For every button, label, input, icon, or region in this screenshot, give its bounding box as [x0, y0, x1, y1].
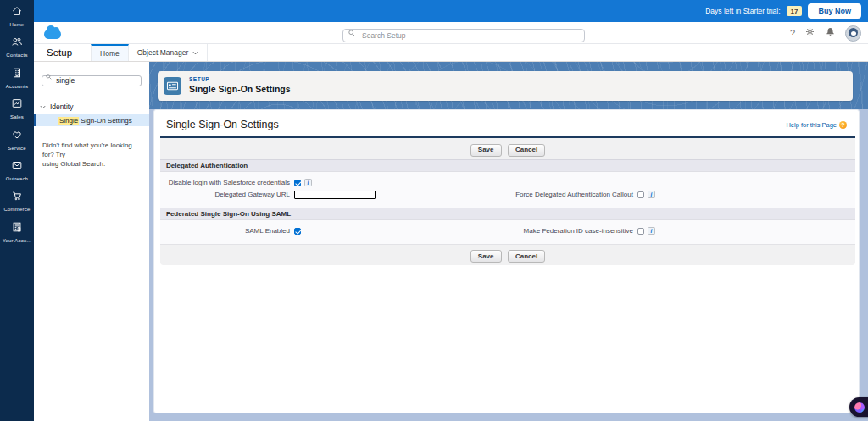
rail-item-label: Outreach [6, 176, 28, 181]
rail-item-label: Your Acco... [3, 238, 31, 243]
rail-item-label: Service [8, 146, 25, 151]
section-rows: Disable login with Salesforce credential… [160, 172, 855, 208]
section-header-federated-saml: Federated Single Sign-On Using SAML [160, 208, 855, 220]
search-icon [46, 74, 52, 80]
tab-object-manager-label: Object Manager [137, 48, 188, 57]
trial-days-badge: 17 [787, 6, 803, 16]
rail-item-home[interactable]: Home [0, 5, 34, 36]
field-label-saml-enabled: SAML Enabled [160, 227, 294, 235]
info-icon[interactable]: i [648, 227, 655, 235]
menu-item-label: Sign-On Settings [81, 117, 131, 125]
trial-banner: Days left in Starter trial: 17 Buy Now [34, 0, 868, 22]
rail-item-label: Home [10, 22, 25, 27]
content-header-eyebrow: SETUP [189, 76, 209, 82]
search-match-highlight: Single [58, 117, 79, 125]
rail-item-label: Contacts [6, 53, 27, 58]
cancel-button[interactable]: Cancel [508, 250, 545, 263]
checkbox-disable-login[interactable] [294, 180, 301, 186]
identity-setup-icon [164, 77, 181, 95]
checkbox-force-callout[interactable] [637, 191, 644, 198]
help-link-label: Help for this Page [786, 121, 837, 129]
header-actions: ? [790, 22, 861, 44]
page-title: Single Sign-On Settings [166, 119, 279, 130]
rail-item-label: Accounts [6, 84, 28, 89]
salesforce-cloud-logo [44, 30, 61, 39]
trial-days-label: Days left in Starter trial: [705, 7, 780, 15]
info-icon[interactable]: i [648, 191, 655, 198]
rail-item-your-account[interactable]: Your Acco... [0, 221, 34, 252]
form-row: Disable login with Salesforce credential… [160, 177, 855, 189]
bottom-button-row: Save Cancel [160, 244, 855, 266]
field-label-force-callout: Force Delegated Authentication Callout [505, 191, 637, 198]
chevron-down-icon [192, 51, 198, 55]
rail-item-contacts[interactable]: Contacts [0, 36, 34, 66]
menu-item-single-sign-on-settings[interactable]: Single Sign-On Settings [34, 114, 149, 126]
rail-item-label: Commerce [4, 207, 31, 212]
quick-find-input[interactable] [42, 75, 142, 86]
tab-home[interactable]: Home [91, 44, 129, 61]
global-search-input[interactable] [342, 29, 585, 42]
salesforce-setup-window: Home Contacts Accounts Sales Service Out… [0, 0, 868, 421]
checkbox-saml-enabled[interactable] [294, 228, 301, 235]
field-label-delegated-gateway-url: Delegated Gateway URL [160, 191, 294, 198]
field-label-federation-id-case: Make Federation ID case-insensitive [505, 227, 637, 235]
service-icon [11, 129, 23, 144]
help-for-this-page[interactable]: Help for this Page ? [786, 121, 847, 129]
rail-item-accounts[interactable]: Accounts [0, 67, 34, 97]
section-header-delegated-authentication: Delegated Authentication [160, 159, 855, 172]
tab-object-manager[interactable]: Object Manager [129, 44, 208, 61]
sso-form: Save Cancel Delegated Authentication Dis… [160, 136, 855, 265]
setup-content-area: SETUP Single Sign-On Settings Single Sig… [149, 62, 868, 421]
content-header-title: Single Sign-On Settings [189, 84, 291, 94]
help-orange-icon: ? [839, 121, 847, 129]
tab-home-label: Home [100, 49, 120, 58]
menu-group-identity[interactable]: Identity [40, 102, 73, 111]
save-button[interactable]: Save [470, 250, 502, 263]
sales-icon [11, 97, 23, 113]
help-icon[interactable]: ? [790, 28, 795, 38]
commerce-icon [11, 190, 23, 205]
top-button-row: Save Cancel [160, 138, 855, 159]
cancel-button[interactable]: Cancel [508, 144, 545, 157]
rail-item-outreach[interactable]: Outreach [0, 159, 34, 190]
outreach-icon [11, 159, 23, 174]
search-icon [348, 30, 355, 36]
menu-group-label: Identity [50, 102, 73, 111]
delegated-gateway-url-input[interactable] [294, 191, 376, 199]
chevron-down-icon [40, 105, 46, 109]
checkbox-federation-id-case[interactable] [637, 228, 644, 235]
buy-now-button[interactable]: Buy Now [808, 3, 861, 19]
setup-tab-bar: Setup Home Object Manager [34, 44, 868, 62]
einstein-assistant-button[interactable] [849, 397, 868, 417]
bell-icon[interactable] [825, 25, 836, 41]
your-account-icon [11, 221, 23, 236]
form-row: Delegated Gateway URL Force Delegated Au… [160, 189, 855, 201]
rail-item-commerce[interactable]: Commerce [0, 190, 34, 220]
rail-item-sales[interactable]: Sales [0, 97, 34, 128]
page-title-row: Single Sign-On Settings Help for this Pa… [154, 110, 859, 136]
app-name-label: Setup [47, 47, 72, 58]
menu-not-found-hint: Didn't find what you're looking for? Try… [42, 141, 144, 169]
quick-find [42, 71, 142, 82]
save-button[interactable]: Save [470, 144, 502, 157]
rail-item-label: Sales [10, 114, 24, 119]
contacts-icon [11, 36, 23, 51]
global-search [342, 26, 585, 40]
section-rows: SAML Enabled Make Federation ID case-ins… [160, 220, 855, 244]
accounts-icon [11, 67, 23, 82]
gear-icon[interactable] [804, 25, 815, 41]
sso-settings-card: Single Sign-On Settings Help for this Pa… [153, 109, 860, 413]
home-icon [11, 5, 23, 20]
app-navigation-rail: Home Contacts Accounts Sales Service Out… [0, 0, 34, 421]
form-row: SAML Enabled Make Federation ID case-ins… [160, 225, 855, 237]
field-label-disable-login: Disable login with Salesforce credential… [160, 179, 294, 186]
info-icon[interactable]: i [304, 179, 312, 186]
setup-menu-panel: Identity Single Sign-On Settings Didn't … [34, 62, 149, 421]
rail-item-service[interactable]: Service [0, 129, 34, 159]
content-header-card: SETUP Single Sign-On Settings [158, 71, 853, 101]
einstein-brain-icon [854, 402, 865, 413]
global-header: ? [34, 22, 868, 44]
user-avatar[interactable] [845, 25, 861, 42]
